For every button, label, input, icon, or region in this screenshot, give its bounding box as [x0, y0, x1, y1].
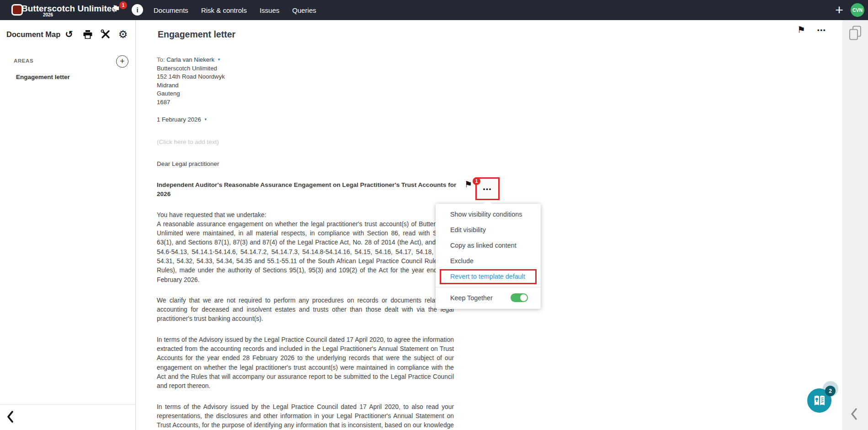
context-menu: Show visibility conditions Edit visibili… — [436, 204, 541, 309]
keep-together-row: Keep Together — [436, 287, 541, 309]
menu-item-show-visibility-conditions[interactable]: Show visibility conditions — [436, 207, 541, 222]
nav-item-issues[interactable]: Issues — [260, 6, 279, 14]
letter-paragraph: You have requested that we undertake: A … — [157, 211, 454, 285]
wrench-screwdriver-icon — [101, 29, 111, 39]
add-icon[interactable]: + — [833, 1, 846, 19]
letter-paragraph: In terms of the Advisory issued by the L… — [157, 403, 454, 430]
add-text-placeholder[interactable]: (Click here to add text) — [157, 138, 454, 145]
flags-button[interactable]: ⚑ 1 — [112, 2, 128, 18]
gear-icon[interactable]: ⚙ — [117, 28, 129, 40]
collapse-sidebar-button[interactable] — [6, 410, 14, 425]
nav-item-risk-controls[interactable]: Risk & controls — [201, 6, 247, 14]
guidance-count-badge: 2 — [825, 386, 836, 396]
right-side-panel — [842, 20, 868, 430]
toggle-knob — [520, 294, 527, 301]
letter-paragraph: In terms of the Advisory issued by the L… — [157, 335, 454, 391]
main-nav: Documents Risk & controls Issues Queries — [154, 0, 316, 20]
copy-icon — [849, 26, 862, 40]
address-line: Butterscotch Unlimited — [157, 64, 454, 73]
add-area-button[interactable]: + — [116, 55, 128, 68]
keep-together-label: Keep Together — [450, 294, 493, 302]
top-navigation-bar: Butterscotch Unlimited 2026 ⚑ 1 i Docume… — [0, 0, 868, 20]
section-flag-badge: 1 — [473, 177, 480, 185]
address-line: Gauteng — [157, 90, 454, 98]
document-map-title: Document Map — [6, 30, 60, 39]
document-map-panel: Document Map ↺ ⚙ AREAS + Engagement lett… — [0, 20, 136, 430]
sidebar-item-engagement-letter[interactable]: Engagement letter — [16, 74, 70, 80]
chevron-left-icon — [850, 408, 857, 420]
letter-paragraph: We clarify that we are not required to p… — [157, 296, 454, 324]
nav-item-documents[interactable]: Documents — [154, 6, 188, 14]
to-label: To: — [157, 56, 165, 63]
flag-count-badge: 1 — [119, 1, 127, 9]
letter-heading: Independent Auditor's Reasonable Assuran… — [157, 180, 468, 199]
keep-together-toggle[interactable] — [511, 293, 528, 302]
expand-panel-button[interactable] — [850, 408, 857, 422]
paragraph-intro: You have requested that we undertake: — [157, 211, 454, 220]
printer-icon — [83, 30, 92, 39]
menu-item-revert-to-template-default[interactable]: Revert to template default — [440, 269, 537, 284]
address-line: Midrand — [157, 81, 454, 90]
page-title: Engagement letter — [158, 29, 235, 40]
menu-item-copy-as-linked-content[interactable]: Copy as linked content — [436, 238, 541, 253]
brand-name[interactable]: Butterscotch Unlimited — [21, 4, 117, 14]
address-line: 1687 — [157, 98, 454, 107]
engagement-letter-document: To: Carla van Niekerk ▾ Butterscotch Unl… — [157, 55, 454, 430]
flag-icon[interactable]: ⚑ — [464, 179, 472, 190]
chevron-down-icon[interactable]: ▾ — [204, 117, 207, 122]
document-more-button[interactable]: ••• — [817, 27, 826, 33]
tools-icon[interactable] — [100, 28, 112, 40]
sidebar-footer — [0, 404, 135, 430]
chevron-down-icon[interactable]: ▾ — [218, 57, 220, 62]
address-line: 152 14th Road Noordwyk — [157, 73, 454, 81]
ellipsis-icon: ••• — [483, 186, 492, 192]
avatar[interactable]: CVN — [851, 3, 864, 17]
letter-date[interactable]: 1 February 2026 ▾ — [157, 115, 454, 124]
menu-item-exclude[interactable]: Exclude — [436, 253, 541, 269]
salutation: Dear Legal practitioner — [157, 160, 454, 167]
history-icon[interactable]: ↺ — [63, 28, 75, 40]
book-lightbulb-icon — [813, 395, 826, 407]
engagement-year: 2026 — [39, 12, 57, 17]
recipient-line[interactable]: To: Carla van Niekerk ▾ — [157, 55, 454, 64]
info-icon[interactable]: i — [132, 4, 143, 16]
flag-icon[interactable]: ⚑ — [797, 24, 805, 35]
areas-section-label: AREAS — [14, 58, 33, 64]
print-icon[interactable] — [82, 28, 94, 40]
recipient-name[interactable]: Carla van Niekerk — [166, 56, 214, 63]
nav-item-queries[interactable]: Queries — [292, 6, 316, 14]
menu-item-edit-visibility[interactable]: Edit visibility — [436, 222, 541, 238]
copy-pages-button[interactable] — [849, 26, 862, 42]
date-value[interactable]: 1 February 2026 — [157, 116, 201, 123]
paragraph-body: A reasonable assurance engagement on whe… — [157, 221, 454, 283]
chevron-left-icon — [6, 410, 14, 423]
app-window: Butterscotch Unlimited 2026 ⚑ 1 i Docume… — [0, 0, 868, 430]
